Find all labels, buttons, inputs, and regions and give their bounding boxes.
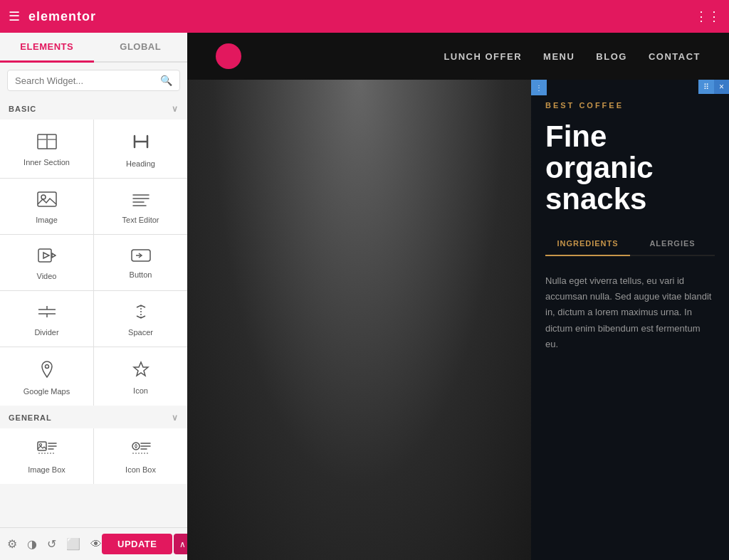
heading-icon <box>132 132 150 154</box>
main-heading: Fine organic snacks <box>545 121 715 215</box>
layers-icon[interactable]: ◑ <box>27 537 37 551</box>
widget-video-label: Video <box>37 272 57 280</box>
eye-icon[interactable]: 👁 <box>90 538 102 551</box>
widget-spacer[interactable]: Spacer <box>94 291 187 347</box>
widget-heading[interactable]: Heading <box>94 120 187 178</box>
right-panel: ⋮ ⠿ × BEST COFFEE Fine organic snacks IN… <box>531 80 729 560</box>
nav-blog[interactable]: BLOG <box>596 51 627 62</box>
content-tabs: INGREDIENTS ALERGIES <box>545 232 715 256</box>
svg-rect-7 <box>38 192 56 206</box>
search-icon: 🔍 <box>160 75 172 86</box>
section-general-header[interactable]: General ∨ <box>0 407 187 428</box>
tab-global[interactable]: Global <box>94 33 188 61</box>
svg-point-26 <box>39 444 41 446</box>
spacer-icon <box>131 304 151 322</box>
widget-icon-box[interactable]: Icon Box <box>94 428 187 484</box>
close-panel-button[interactable]: × <box>714 80 729 94</box>
chevron-down-icon: ∨ <box>172 104 179 114</box>
canvas-area: LUNCH OFFER MENU BLOG CONTACT E <box>187 33 729 560</box>
video-icon <box>38 248 56 266</box>
svg-marker-15 <box>43 253 49 258</box>
icon-box-icon <box>131 441 151 460</box>
update-button[interactable]: UPDATE <box>102 534 172 554</box>
sidebar: Elements Global 🔍 Basic ∨ <box>0 33 187 560</box>
element-drag-handle[interactable]: ⋮ <box>531 80 547 95</box>
site-logo-icon <box>216 43 241 69</box>
widget-inner-section[interactable]: Inner Section <box>0 120 93 178</box>
svg-point-23 <box>45 365 48 369</box>
nav-contact[interactable]: CONTACT <box>649 51 701 62</box>
bottom-bar-left: ⚙ ◑ ↺ ⬜ 👁 <box>7 537 102 551</box>
widget-divider[interactable]: Divider <box>0 291 93 347</box>
widget-image-label: Image <box>36 216 58 224</box>
divider-icon <box>37 304 57 322</box>
widget-google-maps-label: Google Maps <box>23 387 70 396</box>
section-basic-label: Basic <box>9 105 36 113</box>
sidebar-scroll: Basic ∨ Inner Section <box>0 98 187 527</box>
grid-icon[interactable]: ⋮⋮ <box>695 9 720 24</box>
nav-menu[interactable]: MENU <box>543 51 575 62</box>
top-bar: ☰ elementor ⋮⋮ <box>0 0 729 33</box>
settings-icon[interactable]: ⚙ <box>7 537 17 551</box>
body-text: Nulla eget viverra tellus, eu vari id ac… <box>545 273 715 352</box>
general-widget-grid: Image Box Icon Box <box>0 428 187 484</box>
widget-text-editor[interactable]: Text Editor <box>94 179 187 234</box>
history-icon[interactable]: ↺ <box>47 537 56 551</box>
drag-dots-icon: ⋮ <box>535 84 542 92</box>
widget-text-editor-label: Text Editor <box>122 216 159 224</box>
widget-google-maps[interactable]: Google Maps <box>0 347 93 406</box>
image-icon <box>37 191 57 210</box>
widget-icon-box-label: Icon Box <box>125 465 156 474</box>
tab-ingredients[interactable]: INGREDIENTS <box>545 232 630 256</box>
svg-marker-32 <box>135 444 137 448</box>
grid-handle: ⠿ × <box>698 80 729 94</box>
icon-icon <box>132 361 150 381</box>
widget-heading-label: Heading <box>126 159 155 168</box>
widget-button[interactable]: Button <box>94 235 187 290</box>
basic-widget-grid: Inner Section Heading <box>0 120 187 406</box>
canvas-content: ‹ ⋮ ⠿ × BEST COFFEE Fine organic snacks <box>187 80 729 560</box>
svg-marker-24 <box>134 362 148 376</box>
tab-elements[interactable]: Elements <box>0 33 94 63</box>
bottom-bar: ⚙ ◑ ↺ ⬜ 👁 UPDATE ∧ <box>0 527 187 560</box>
chevron-down-icon-2: ∨ <box>172 413 179 423</box>
chef-section: ‹ <box>187 80 531 560</box>
update-chevron-button[interactable]: ∧ <box>174 534 187 554</box>
widget-inner-section-label: Inner Section <box>23 158 70 167</box>
widget-divider-label: Divider <box>34 328 58 337</box>
site-logo <box>216 43 241 69</box>
widget-spacer-label: Spacer <box>128 328 153 337</box>
svg-marker-14 <box>52 253 56 258</box>
section-basic-header[interactable]: Basic ∨ <box>0 98 187 120</box>
google-maps-icon <box>38 360 56 381</box>
tab-alergies[interactable]: ALERGIES <box>630 232 715 255</box>
site-nav: LUNCH OFFER MENU BLOG CONTACT <box>444 51 701 62</box>
right-panel-content: BEST COFFEE Fine organic snacks INGREDIE… <box>531 80 729 366</box>
svg-point-8 <box>41 195 46 199</box>
chef-background <box>187 80 531 560</box>
widget-image-box[interactable]: Image Box <box>0 428 93 484</box>
section-general-label: General <box>9 413 52 422</box>
widget-icon-label: Icon <box>133 386 148 395</box>
widget-button-label: Button <box>130 270 152 279</box>
nav-lunch-offer[interactable]: LUNCH OFFER <box>444 51 522 62</box>
inner-section-icon <box>37 134 57 152</box>
site-header: LUNCH OFFER MENU BLOG CONTACT <box>187 33 729 80</box>
subtitle-label: BEST COFFEE <box>545 101 715 110</box>
hamburger-icon[interactable]: ☰ <box>9 9 20 24</box>
responsive-icon[interactable]: ⬜ <box>66 537 80 551</box>
image-box-icon <box>37 441 57 460</box>
widget-icon[interactable]: Icon <box>94 347 187 406</box>
grid-handle-dots[interactable]: ⠿ <box>698 80 714 94</box>
widget-image[interactable]: Image <box>0 179 93 234</box>
widget-image-box-label: Image Box <box>28 465 65 474</box>
sidebar-tabs: Elements Global <box>0 33 187 63</box>
widget-video[interactable]: Video <box>0 235 93 290</box>
search-bar: 🔍 <box>7 70 180 91</box>
elementor-logo: elementor <box>28 9 96 24</box>
button-icon <box>131 249 151 265</box>
svg-rect-25 <box>38 442 46 450</box>
main-layout: Elements Global 🔍 Basic ∨ <box>0 33 729 560</box>
text-editor-icon <box>131 191 151 210</box>
search-input[interactable] <box>15 75 160 86</box>
